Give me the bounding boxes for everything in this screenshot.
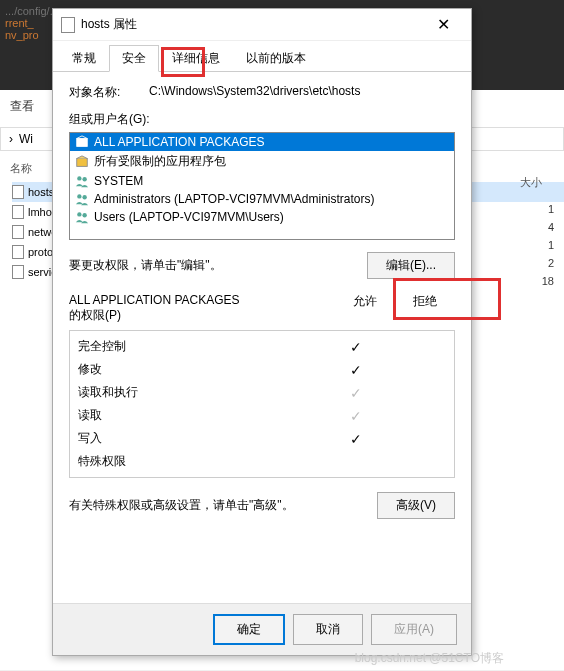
tab-details[interactable]: 详细信息 [159, 45, 233, 72]
advanced-button[interactable]: 高级(V) [377, 492, 455, 519]
svg-point-4 [77, 194, 81, 198]
group-item[interactable]: Users (LAPTOP-VCI97MVM\Users) [70, 208, 454, 226]
cancel-button[interactable]: 取消 [293, 614, 363, 645]
group-item[interactable]: 所有受限制的应用程序包 [70, 151, 454, 172]
check-icon: ✓ [350, 385, 362, 401]
close-icon[interactable]: ✕ [423, 15, 463, 34]
groups-label: 组或用户名(G): [69, 111, 455, 128]
svg-rect-0 [77, 139, 88, 147]
group-item[interactable]: Administrators (LAPTOP-VCI97MVM\Administ… [70, 190, 454, 208]
svg-point-7 [82, 213, 86, 217]
allow-header: 允许 [335, 293, 395, 324]
package-icon [74, 135, 90, 149]
tab-general[interactable]: 常规 [59, 45, 109, 72]
size-values: 1 4 1 2 18 [542, 200, 554, 290]
tabs: 常规 安全 详细信息 以前的版本 [53, 41, 471, 72]
chevron-right-icon: › [9, 132, 13, 146]
tab-security[interactable]: 安全 [109, 45, 159, 72]
column-name: 名称 [10, 161, 32, 176]
perm-row: 完全控制✓ [70, 335, 454, 358]
file-icon [12, 205, 24, 219]
dialog-title: hosts 属性 [81, 16, 423, 33]
object-name-value: C:\Windows\System32\drivers\etc\hosts [149, 84, 455, 101]
edit-button[interactable]: 编辑(E)... [367, 252, 455, 279]
users-icon [74, 210, 90, 224]
group-item[interactable]: SYSTEM [70, 172, 454, 190]
package-icon [74, 155, 90, 169]
check-icon: ✓ [350, 339, 362, 355]
titlebar: hosts 属性 ✕ [53, 9, 471, 41]
tab-previous-versions[interactable]: 以前的版本 [233, 45, 319, 72]
users-icon [74, 174, 90, 188]
ok-button[interactable]: 确定 [213, 614, 285, 645]
perm-row: 特殊权限 [70, 450, 454, 473]
check-icon: ✓ [350, 362, 362, 378]
advanced-hint: 有关特殊权限或高级设置，请单击"高级"。 [69, 497, 294, 514]
properties-dialog: hosts 属性 ✕ 常规 安全 详细信息 以前的版本 对象名称: C:\Win… [52, 8, 472, 656]
permissions-table: 完全控制✓ 修改✓ 读取和执行✓ 读取✓ 写入✓ 特殊权限 [69, 330, 455, 478]
file-icon [61, 17, 75, 33]
apply-button[interactable]: 应用(A) [371, 614, 457, 645]
svg-point-3 [82, 177, 86, 181]
check-icon: ✓ [350, 431, 362, 447]
dialog-buttons: 确定 取消 应用(A) [53, 603, 471, 655]
watermark: blog.csdn.net @51CTO博客 [355, 650, 504, 667]
file-icon [12, 225, 24, 239]
svg-point-2 [77, 176, 81, 180]
object-name-label: 对象名称: [69, 84, 149, 101]
svg-point-6 [77, 212, 81, 216]
edit-hint: 要更改权限，请单击"编辑"。 [69, 257, 222, 274]
perm-row: 读取✓ [70, 404, 454, 427]
deny-header: 拒绝 [395, 293, 455, 324]
users-icon [74, 192, 90, 206]
file-icon [12, 265, 24, 279]
svg-rect-1 [77, 158, 88, 166]
group-item[interactable]: ALL APPLICATION PACKAGES [70, 133, 454, 151]
permissions-title: ALL APPLICATION PACKAGES 的权限(P) [69, 293, 335, 324]
svg-point-5 [82, 195, 86, 199]
file-icon [12, 185, 24, 199]
check-icon: ✓ [350, 408, 362, 424]
perm-row: 写入✓ [70, 427, 454, 450]
perm-row: 读取和执行✓ [70, 381, 454, 404]
file-icon [12, 245, 24, 259]
perm-row: 修改✓ [70, 358, 454, 381]
groups-listbox[interactable]: ALL APPLICATION PACKAGES 所有受限制的应用程序包 SYS… [69, 132, 455, 240]
column-size: 大小 [520, 175, 542, 190]
